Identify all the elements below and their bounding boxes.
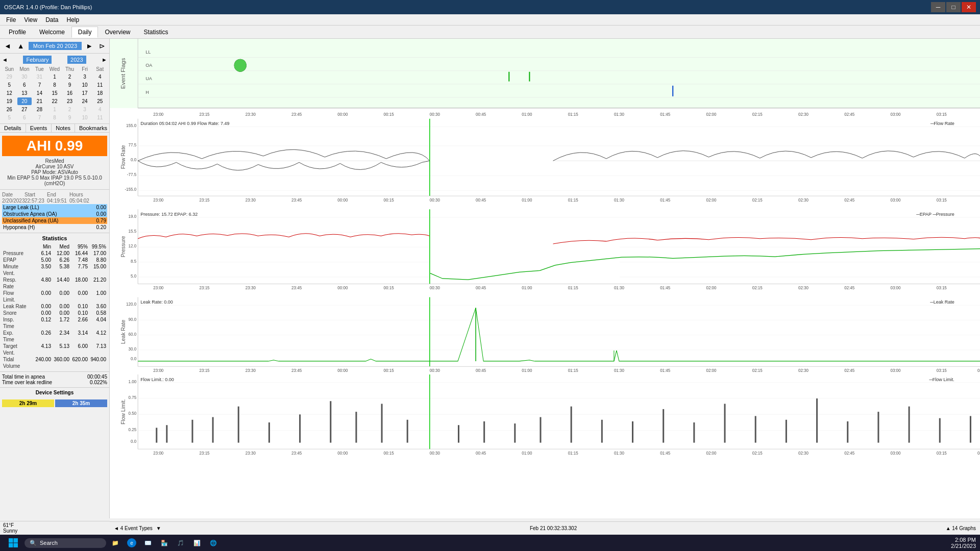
jump-date-button[interactable]: ⊳ bbox=[97, 41, 107, 51]
event-ua-value: 0.79 bbox=[96, 218, 106, 223]
status-left[interactable]: ◄ 4 Event Types ▼ bbox=[114, 525, 161, 531]
close-button[interactable]: ✕ bbox=[962, 2, 976, 12]
cal-day[interactable]: 18 bbox=[92, 89, 107, 97]
cal-day[interactable]: 27 bbox=[17, 106, 32, 113]
tab-profile[interactable]: Profile bbox=[2, 27, 33, 38]
ahi-value: AHI 0.99 bbox=[6, 138, 103, 154]
svg-text:03:00: 03:00 bbox=[890, 451, 901, 456]
cal-day[interactable]: 5 bbox=[2, 114, 17, 121]
taskbar-clock: 2:08 PM 2/21/2023 bbox=[951, 537, 976, 549]
cal-day[interactable]: 24 bbox=[78, 97, 92, 105]
event-types-dropdown[interactable]: ▼ bbox=[156, 525, 161, 531]
cal-day[interactable]: 15 bbox=[47, 89, 62, 97]
tab-daily[interactable]: Daily bbox=[71, 27, 99, 38]
cal-day[interactable]: 17 bbox=[78, 89, 92, 97]
cal-day[interactable]: 6 bbox=[17, 81, 32, 89]
cal-day[interactable]: 4 bbox=[92, 106, 107, 113]
cal-day[interactable]: 2 bbox=[62, 106, 77, 113]
event-h-value: 0.20 bbox=[96, 224, 106, 230]
calendar-month[interactable]: February bbox=[23, 56, 52, 64]
svg-text:02:15: 02:15 bbox=[752, 112, 763, 117]
cal-day[interactable]: 14 bbox=[32, 89, 47, 97]
cal-day[interactable]: 31 bbox=[32, 73, 47, 81]
svg-text:23:15: 23:15 bbox=[200, 368, 210, 373]
cal-day[interactable]: 3 bbox=[78, 73, 92, 81]
stats-row-exptime: Time bbox=[2, 336, 107, 343]
taskbar-mail-icon[interactable]: ✉️ bbox=[141, 536, 155, 550]
sub-tab-details[interactable]: Details bbox=[0, 124, 26, 132]
svg-rect-141 bbox=[407, 420, 408, 443]
cal-day[interactable]: 28 bbox=[32, 106, 47, 113]
cal-day[interactable]: 29 bbox=[2, 73, 17, 81]
sub-tab-bookmarks[interactable]: Bookmarks bbox=[75, 124, 110, 132]
maximize-button[interactable]: □ bbox=[946, 2, 961, 12]
cal-day[interactable]: 12 bbox=[2, 89, 17, 97]
svg-text:00:15: 00:15 bbox=[384, 286, 395, 290]
cal-day[interactable]: 19 bbox=[2, 97, 17, 105]
svg-text:03:15: 03:15 bbox=[937, 197, 947, 202]
prev-date-button[interactable]: ◄ bbox=[2, 41, 13, 51]
cal-day[interactable]: 10 bbox=[78, 81, 92, 89]
svg-text:00:30: 00:30 bbox=[430, 368, 440, 373]
cal-day[interactable]: 1 bbox=[47, 73, 62, 81]
cal-day[interactable]: 11 bbox=[92, 114, 107, 121]
cal-prev-month[interactable]: ◄ bbox=[2, 57, 8, 63]
search-box[interactable]: 🔍 Search bbox=[24, 538, 106, 548]
calendar-year[interactable]: 2023 bbox=[67, 56, 86, 64]
cal-header-tue: Tue bbox=[32, 66, 47, 72]
taskbar-app-icon-1[interactable]: 🎵 bbox=[174, 536, 188, 550]
cal-next-month[interactable]: ► bbox=[102, 57, 107, 63]
cal-day[interactable]: 5 bbox=[2, 81, 17, 89]
cal-day[interactable]: 22 bbox=[47, 97, 62, 105]
cal-day[interactable]: 1 bbox=[47, 106, 62, 113]
cal-day[interactable]: 6 bbox=[17, 114, 32, 121]
cal-day[interactable]: 9 bbox=[62, 114, 77, 121]
svg-rect-150 bbox=[693, 422, 695, 443]
menu-file[interactable]: File bbox=[2, 15, 20, 24]
cal-day[interactable]: 7 bbox=[32, 81, 47, 89]
cal-day[interactable]: 21 bbox=[32, 97, 47, 105]
cal-day[interactable]: 2 bbox=[62, 73, 77, 81]
menu-view[interactable]: View bbox=[20, 15, 41, 24]
menu-data[interactable]: Data bbox=[41, 15, 62, 24]
cal-day[interactable]: 25 bbox=[92, 97, 107, 105]
taskbar-files-icon[interactable]: 📁 bbox=[108, 536, 122, 550]
cal-day[interactable]: 8 bbox=[47, 81, 62, 89]
cal-day[interactable]: 8 bbox=[47, 114, 62, 121]
cal-header-fri: Fri bbox=[78, 66, 92, 72]
cal-day-today[interactable]: 20 bbox=[17, 97, 32, 105]
cal-day[interactable]: 13 bbox=[17, 89, 32, 97]
cal-day[interactable]: 4 bbox=[92, 73, 107, 81]
svg-rect-146 bbox=[571, 407, 572, 443]
cal-day[interactable]: 30 bbox=[17, 73, 32, 81]
taskbar-store-icon[interactable]: 🏪 bbox=[157, 536, 172, 550]
taskbar-app-icon-3[interactable]: 🌐 bbox=[206, 536, 220, 550]
svg-text:01:15: 01:15 bbox=[568, 112, 579, 117]
taskbar-app-icon-2[interactable]: 📊 bbox=[190, 536, 204, 550]
cal-day[interactable]: 7 bbox=[32, 114, 47, 121]
cal-day[interactable]: 11 bbox=[92, 81, 107, 89]
current-date-display[interactable]: Mon Feb 20 2023 bbox=[29, 42, 82, 50]
next-date-button[interactable]: ► bbox=[84, 41, 95, 51]
up-date-button[interactable]: ▲ bbox=[15, 41, 27, 51]
tab-overview[interactable]: Overview bbox=[98, 27, 137, 38]
taskbar-browser-icon[interactable]: e bbox=[125, 536, 139, 550]
date-navigation: ◄ ▲ Mon Feb 20 2023 ► ⊳ bbox=[0, 39, 109, 54]
event-oa-label: Obstructive Apnea (OA) bbox=[3, 211, 57, 217]
cal-day[interactable]: 16 bbox=[62, 89, 77, 97]
ef-chart-label: Event Flags bbox=[120, 58, 126, 89]
sub-tab-notes[interactable]: Notes bbox=[52, 124, 75, 132]
menu-help[interactable]: Help bbox=[63, 15, 84, 24]
svg-rect-140 bbox=[381, 404, 383, 442]
cal-day[interactable]: 3 bbox=[78, 106, 92, 113]
minimize-button[interactable]: ─ bbox=[931, 2, 945, 12]
cal-day[interactable]: 10 bbox=[78, 114, 92, 121]
start-button[interactable] bbox=[4, 536, 22, 550]
cal-day[interactable]: 26 bbox=[2, 106, 17, 113]
cal-day[interactable]: 9 bbox=[62, 81, 77, 89]
cal-day[interactable]: 23 bbox=[62, 97, 77, 105]
sub-tab-events[interactable]: Events bbox=[26, 124, 52, 132]
svg-text:23:45: 23:45 bbox=[291, 286, 302, 290]
tab-welcome[interactable]: Welcome bbox=[33, 27, 71, 38]
tab-statistics[interactable]: Statistics bbox=[137, 27, 175, 38]
